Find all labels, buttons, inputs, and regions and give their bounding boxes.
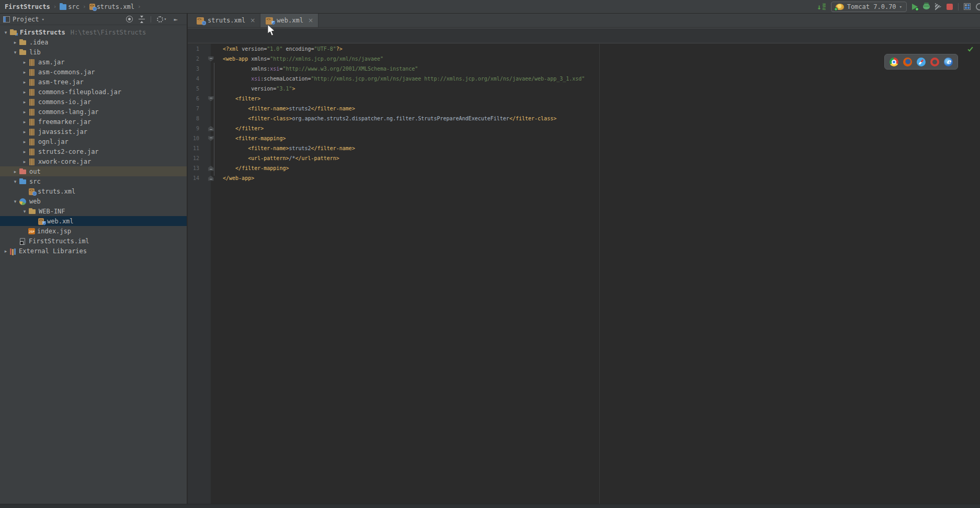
chevron-closed-icon[interactable]: ▸ [21, 159, 28, 164]
ie-icon[interactable] [944, 58, 953, 66]
chevron-closed-icon[interactable]: ▸ [21, 60, 28, 65]
tree-item-lib[interactable]: ▾lib [0, 47, 187, 57]
chevron-open-icon[interactable]: ▾ [12, 199, 19, 204]
firefox-icon[interactable] [903, 58, 912, 66]
tool-windows-icon[interactable] [964, 3, 971, 10]
breadcrumb-separator-icon: › [83, 3, 86, 10]
opera-icon[interactable] [930, 58, 939, 66]
fold-marker-icon[interactable] [208, 176, 214, 181]
chevron-down-icon[interactable]: ▾ [42, 17, 44, 22]
debug-button[interactable] [923, 4, 930, 9]
tree-item-freemarker.jar[interactable]: ▸freemarker.jar [0, 117, 187, 127]
chevron-closed-icon[interactable]: ▸ [21, 139, 28, 144]
code-line: 7 <filter-name>struts2</filter-name> [188, 104, 980, 114]
line-number: 5 [188, 86, 199, 92]
tree-item-web[interactable]: ▾web [0, 196, 187, 206]
chevron-closed-icon[interactable]: ▸ [21, 109, 28, 115]
tree-item-xwork-core.jar[interactable]: ▸xwork-core.jar [0, 156, 187, 166]
editor-area: struts.xml×web.xml× 1<?xml version="1.0"… [188, 14, 980, 504]
tree-item-.idea[interactable]: ▸.idea [0, 37, 187, 47]
stop-button[interactable] [947, 4, 953, 10]
tree-item-commons-io.jar[interactable]: ▸commons-io.jar [0, 97, 187, 107]
locate-icon[interactable] [126, 16, 133, 22]
fold-column [199, 136, 222, 141]
chevron-closed-icon[interactable]: ▸ [21, 129, 28, 134]
code-line: 4 xsi:schemaLocation="http://xmlns.jcp.o… [188, 74, 980, 84]
tree-item-label: FirstStructs.iml [29, 238, 89, 245]
chevron-open-icon[interactable]: ▾ [12, 179, 19, 184]
editor-body[interactable]: 1<?xml version="1.0" encoding="UTF-8"?>2… [188, 44, 980, 504]
hide-icon[interactable] [172, 16, 179, 23]
fold-marker-icon[interactable] [208, 126, 214, 131]
editor-tab-web.xml[interactable]: web.xml× [260, 14, 318, 27]
run-config-label: Tomcat 7.0.70 [847, 3, 896, 10]
chevron-closed-icon[interactable]: ▸ [21, 89, 28, 95]
code-text: </filter> [223, 126, 264, 131]
libs-icon [9, 248, 17, 255]
folder-web-icon [19, 198, 26, 205]
tree-item-asm.jar[interactable]: ▸asm.jar [0, 57, 187, 67]
breadcrumb-item-src[interactable]: src [58, 3, 81, 11]
fold-marker-icon[interactable] [208, 96, 214, 101]
code-content[interactable]: 1<?xml version="1.0" encoding="UTF-8"?>2… [188, 44, 980, 183]
tree-item-asm-tree.jar[interactable]: ▸asm-tree.jar [0, 77, 187, 87]
tree-item-out[interactable]: ▸out [0, 166, 187, 176]
tree-item-struts.xml[interactable]: struts.xml [0, 186, 187, 196]
tab-close-icon[interactable]: × [308, 17, 313, 24]
chevron-closed-icon[interactable]: ▸ [21, 119, 28, 125]
jar-icon [29, 159, 35, 165]
tree-item-FirstStructs.iml[interactable]: FirstStructs.iml [0, 236, 187, 246]
breadcrumb-item-FirstStructs[interactable]: FirstStructs [3, 3, 52, 11]
tree-item-commons-lang.jar[interactable]: ▸commons-lang.jar [0, 107, 187, 117]
safari-icon[interactable] [917, 58, 926, 66]
run-button[interactable] [912, 4, 918, 10]
fold-marker-icon[interactable] [208, 57, 214, 62]
collapse-all-icon[interactable] [138, 16, 145, 23]
chevron-closed-icon[interactable]: ▸ [21, 80, 28, 85]
chevron-closed-icon[interactable]: ▸ [2, 249, 9, 254]
tree-item-struts2-core.jar[interactable]: ▸struts2-core.jar [0, 146, 187, 156]
settings-icon[interactable] [156, 16, 167, 23]
chevron-closed-icon[interactable]: ▸ [12, 169, 19, 174]
tree-item-External Libraries[interactable]: ▸External Libraries [0, 246, 187, 256]
jar-icon [29, 59, 35, 66]
code-text: <web-app xmlns="http://xmlns.jcp.org/xml… [223, 56, 383, 62]
jsp-icon [28, 228, 35, 234]
coverage-button[interactable] [935, 3, 941, 10]
tree-item-commons-fileupload.jar[interactable]: ▸commons-fileupload.jar [0, 87, 187, 97]
tree-item-index.jsp[interactable]: index.jsp [0, 226, 187, 236]
chrome-icon[interactable] [890, 58, 898, 66]
run-config-selector[interactable]: Tomcat 7.0.70 ▾ [831, 2, 907, 12]
tree-item-FirstStructs[interactable]: ▾FirstStructsH:\test\FirstStructs [0, 27, 187, 37]
chevron-open-icon[interactable]: ▾ [21, 209, 28, 214]
tree-item-WEB-INF[interactable]: ▾WEB-INF [0, 206, 187, 216]
breadcrumb-item-struts.xml[interactable]: struts.xml [88, 3, 136, 11]
breadcrumb: FirstStructs›src›struts.xml› [3, 3, 142, 11]
tree-item-web.xml[interactable]: web.xml [0, 216, 187, 226]
tree-item-label: lib [29, 49, 41, 56]
update-running-application-icon[interactable]: ↓ 101001 [817, 3, 825, 10]
partial-circle-icon[interactable] [976, 3, 980, 10]
tree-item-javassist.jar[interactable]: ▸javassist.jar [0, 127, 187, 137]
chevron-closed-icon[interactable]: ▸ [12, 40, 19, 45]
tree-item-label: commons-fileupload.jar [38, 88, 121, 96]
run-controls: ↓ 101001 Tomcat 7.0.70 ▾ [817, 2, 977, 12]
chevron-closed-icon[interactable]: ▸ [21, 99, 28, 105]
tree-item-label: External Libraries [19, 247, 87, 255]
chevron-closed-icon[interactable]: ▸ [21, 149, 28, 154]
tree-item-asm-commons.jar[interactable]: ▸asm-commons.jar [0, 67, 187, 77]
tab-close-icon[interactable]: × [250, 17, 255, 24]
code-line: 1<?xml version="1.0" encoding="UTF-8"?> [188, 44, 980, 54]
chevron-open-icon[interactable]: ▾ [12, 50, 19, 55]
chevron-closed-icon[interactable]: ▸ [21, 70, 28, 75]
project-tool-window: Project ▾ ▾FirstStructsH:\test\FirstStru… [0, 14, 187, 504]
fold-marker-icon[interactable] [208, 166, 214, 171]
tree-item-src[interactable]: ▾src [0, 176, 187, 186]
chevron-open-icon[interactable]: ▾ [2, 30, 9, 35]
editor-tab-struts.xml[interactable]: struts.xml× [191, 14, 260, 27]
code-line: 6 <filter> [188, 94, 980, 104]
jar-icon [29, 89, 35, 96]
tree-item-ognl.jar[interactable]: ▸ognl.jar [0, 137, 187, 146]
fold-marker-icon[interactable] [208, 136, 214, 141]
divider [151, 16, 151, 22]
